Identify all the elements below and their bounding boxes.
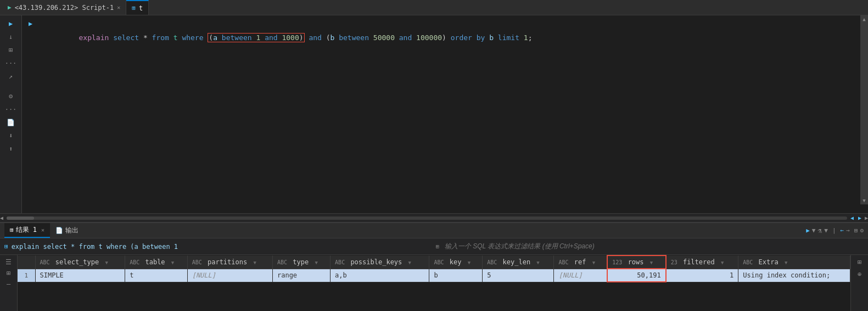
- col-sort-key[interactable]: ▼: [468, 260, 471, 265]
- funnel-icon[interactable]: ▼: [824, 227, 828, 234]
- sp6: [217, 34, 222, 42]
- kw-num-50000: 50000: [373, 34, 395, 42]
- col-label-rows: rows: [628, 258, 644, 266]
- col-header-rows[interactable]: 123 rows ▼: [607, 256, 665, 269]
- results-tab-bar: ⊞ 结果 1 ✕ 📄 输出 ▶ ▼ ⚗ ▼ | ← → ⊞ ⚙: [0, 223, 868, 238]
- kw-star: *: [143, 34, 148, 42]
- tab-script1-close[interactable]: ✕: [117, 4, 120, 10]
- result-tab-output[interactable]: 📄 输出: [50, 223, 84, 238]
- kw-select: select: [113, 34, 139, 42]
- scroll-up-arrow[interactable]: ▲: [861, 15, 866, 23]
- filter-input-placeholder[interactable]: 输入一个 SQL 表达式来过滤结果 (使用 Ctrl+Space): [445, 242, 864, 251]
- col-sort-partitions[interactable]: ▼: [253, 260, 256, 265]
- right-action-bar: ⊞ ⊕ ⊞ ⊕: [850, 255, 868, 311]
- kw-between2: between: [339, 34, 369, 42]
- result-tab-1[interactable]: ⊞ 结果 1 ✕: [4, 223, 50, 238]
- file-icon[interactable]: 📄: [3, 116, 19, 129]
- tab-table-t-label: t: [139, 4, 143, 12]
- sep: |: [832, 227, 836, 234]
- col-sort-type[interactable]: ▼: [315, 260, 317, 265]
- col-header-type[interactable]: ABC type ▼: [272, 256, 330, 269]
- export-icon[interactable]: ↗: [3, 70, 19, 82]
- run-line-indicator[interactable]: ▶: [29, 20, 32, 27]
- col-sort-key-len[interactable]: ▼: [536, 260, 539, 265]
- nav-right-icon[interactable]: ▶: [806, 227, 810, 234]
- scroll-down-arrow[interactable]: ▼: [861, 197, 866, 204]
- tab-table-t[interactable]: ⊞ t: [126, 0, 149, 15]
- dots-icon: ···: [3, 57, 19, 69]
- col-sort-possible-keys[interactable]: ▼: [408, 260, 411, 265]
- step-icon[interactable]: ↓: [3, 31, 19, 43]
- sp19: [494, 34, 498, 42]
- col-header-partitions[interactable]: ABC partitions ▼: [187, 256, 272, 269]
- editor-vscrollbar[interactable]: ▲ ▼: [860, 15, 868, 204]
- upload-icon[interactable]: ⬆: [3, 143, 19, 155]
- col-sort-filtered[interactable]: ▼: [721, 260, 724, 265]
- right-action-2[interactable]: ⊕: [856, 269, 863, 279]
- right-action-1[interactable]: ⊞: [856, 257, 863, 267]
- dots2-icon: ···: [3, 103, 19, 115]
- download-icon[interactable]: ⬇: [3, 130, 19, 142]
- row-select-icon[interactable]: ☰: [4, 257, 13, 267]
- hscroll-center-arrows: ◀ ▶: [850, 215, 861, 221]
- col-sort-ref[interactable]: ▼: [592, 260, 595, 265]
- col-sort-extra[interactable]: ▼: [785, 260, 787, 265]
- semicolon: ;: [528, 34, 533, 42]
- col-header-key[interactable]: ABC key ▼: [429, 256, 483, 269]
- where-highlight: (a between 1 and 1000): [208, 33, 304, 42]
- editor-main: ▶ explain select * from t where (a betwe…: [22, 15, 868, 213]
- next-page-icon[interactable]: →: [846, 227, 850, 234]
- tab-script1[interactable]: ▶ <43.139.206.212> Script-1 ✕: [2, 0, 126, 15]
- cell-key-len-1: 5: [483, 269, 554, 282]
- output-tab-icon: 📄: [55, 227, 63, 234]
- result-tab-1-close[interactable]: ✕: [41, 227, 44, 233]
- hscroll-track[interactable]: [7, 216, 847, 220]
- col-label-key: key: [450, 258, 462, 266]
- filter-icon[interactable]: ⚗: [817, 226, 822, 235]
- col-header-select-type[interactable]: ABC select_type ▼: [35, 256, 125, 269]
- col-header-ref[interactable]: ABC ref ▼: [554, 256, 607, 269]
- col-sort-table[interactable]: ▼: [171, 260, 174, 265]
- col-sort-rows[interactable]: ▼: [650, 260, 653, 265]
- results-more-icon[interactable]: ⊞: [854, 227, 858, 234]
- kw-num-limit: 1: [524, 34, 528, 42]
- query-preview-text: explain select * from t where (a between…: [12, 243, 430, 251]
- tab-bar: ▶ <43.139.206.212> Script-1 ✕ ⊞ t: [0, 0, 868, 15]
- collapse-icon[interactable]: —: [5, 279, 12, 289]
- result-tab-output-label: 输出: [65, 226, 79, 235]
- results-settings-icon[interactable]: ⚙: [860, 227, 864, 234]
- col-header-extra[interactable]: ABC Extra ▼: [738, 256, 850, 269]
- query-expand-icon[interactable]: ⊞: [436, 243, 439, 249]
- kw-limit: limit: [498, 34, 519, 42]
- col-header-table[interactable]: ABC table ▼: [125, 256, 187, 269]
- kw-between1: between: [222, 34, 252, 42]
- kw-by: by: [477, 34, 485, 42]
- scroll-right-btn[interactable]: ▶: [858, 215, 861, 221]
- sp20: [519, 34, 524, 42]
- run-icon[interactable]: ▶: [3, 18, 19, 30]
- editor-content[interactable]: ▶ explain select * from t where (a betwe…: [22, 15, 868, 213]
- grid-icon[interactable]: ⊞: [3, 44, 19, 56]
- result-tab-icon: ⊞: [10, 226, 14, 234]
- scroll-left-btn[interactable]: ◀: [850, 215, 854, 221]
- col-sort-select-type[interactable]: ▼: [105, 260, 108, 265]
- prev-page-icon[interactable]: ←: [841, 227, 844, 234]
- results-table: ABC select_type ▼ ABC table ▼ ABC partit…: [18, 255, 850, 282]
- cell-filtered-1: 1: [666, 269, 738, 282]
- cell-possible-keys-1: a,b: [331, 269, 429, 282]
- col-header-filtered[interactable]: 23 filtered ▼: [666, 256, 738, 269]
- col-type-badge-filtered: 23: [671, 259, 677, 265]
- settings-icon[interactable]: ⚙: [3, 90, 19, 102]
- nav-down-icon[interactable]: ▼: [812, 227, 816, 234]
- data-grid[interactable]: ABC select_type ▼ ABC table ▼ ABC partit…: [18, 255, 850, 311]
- sp18: [485, 34, 489, 42]
- scroll-left-arrow[interactable]: ◀: [0, 215, 3, 221]
- col-header-key-len[interactable]: ABC key_len ▼: [483, 256, 554, 269]
- col-header-possible-keys[interactable]: ABC possible_keys ▼: [331, 256, 429, 269]
- sp15: [412, 34, 416, 42]
- result-tab-1-label: 结果 1: [16, 225, 37, 235]
- kw-from: from: [152, 34, 169, 42]
- expand-icon[interactable]: ⊞: [5, 268, 12, 278]
- scroll-right-arrow[interactable]: ▶: [865, 215, 868, 221]
- kw-lparen2: (: [326, 34, 331, 42]
